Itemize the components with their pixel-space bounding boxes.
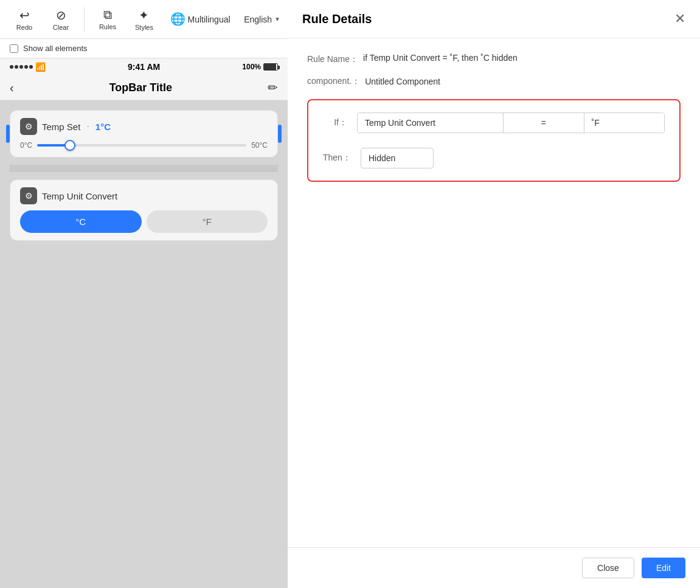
resize-handle-left[interactable] bbox=[6, 125, 10, 143]
signal-dot-4 bbox=[24, 65, 28, 69]
component-value: Untitled Component bbox=[365, 77, 440, 86]
condition-field-main: Temp Unit Convert bbox=[358, 113, 504, 133]
edit-button[interactable]: Edit bbox=[642, 558, 685, 578]
signal-dots bbox=[10, 65, 33, 69]
temp-set-icon: ⚙ bbox=[20, 118, 37, 135]
topbar-title: TopBar Title bbox=[109, 81, 172, 94]
slider-fill bbox=[37, 144, 69, 147]
rule-name-row: Rule Name： if Temp Unit Convert = ˚F, th… bbox=[307, 53, 681, 65]
content-separator bbox=[10, 165, 278, 172]
panel-body: Rule Name： if Temp Unit Convert = ˚F, th… bbox=[288, 38, 700, 547]
styles-button[interactable]: ✦ Styles bbox=[127, 4, 161, 35]
left-panel: ↩ Redo ⊘ Clear ⧉ Rules ✦ Styles 🌐 Multil… bbox=[0, 0, 288, 588]
rule-condition-box: If： Temp Unit Convert = ˚F Then： Hidden bbox=[307, 99, 681, 182]
status-bar: 📶 9:41 AM 100% bbox=[0, 58, 288, 75]
close-button[interactable]: Close bbox=[582, 558, 634, 578]
signal-dot-1 bbox=[10, 65, 13, 69]
status-left: 📶 bbox=[10, 62, 46, 72]
redo-icon: ↩ bbox=[19, 8, 30, 22]
resize-handle-right[interactable] bbox=[278, 125, 282, 143]
wifi-icon: 📶 bbox=[35, 62, 46, 72]
if-condition-row: If： Temp Unit Convert = ˚F bbox=[323, 112, 665, 133]
then-label: Then： bbox=[323, 153, 351, 164]
slider-container[interactable] bbox=[37, 144, 246, 147]
right-panel: Rule Details ✕ Rule Name： if Temp Unit C… bbox=[288, 0, 700, 588]
condition-field-val: ˚F bbox=[584, 113, 665, 133]
show-all-bar: Show all elements bbox=[0, 39, 288, 58]
fahrenheit-button[interactable]: °F bbox=[147, 210, 268, 233]
multilingual-icon: 🌐 bbox=[170, 12, 185, 26]
multilingual-label: Multilingual bbox=[188, 15, 230, 24]
edit-icon[interactable]: ✏ bbox=[268, 80, 278, 95]
then-field: Hidden bbox=[361, 148, 434, 168]
slider-track bbox=[37, 144, 246, 147]
panel-title: Rule Details bbox=[302, 12, 372, 26]
language-selector[interactable]: English ▼ bbox=[244, 15, 280, 24]
styles-icon: ✦ bbox=[139, 8, 149, 22]
battery-fill bbox=[264, 64, 276, 70]
temp-set-value: 1°C bbox=[95, 122, 111, 132]
styles-label: Styles bbox=[135, 24, 153, 31]
rules-icon: ⧉ bbox=[103, 8, 112, 22]
slider-row: 0°C 50°C bbox=[20, 141, 268, 150]
rule-name-value: if Temp Unit Convert = ˚F, then ˚C hidde… bbox=[363, 53, 518, 63]
celsius-button[interactable]: °C bbox=[20, 210, 142, 233]
multilingual-button[interactable]: 🌐 Multilingual bbox=[164, 8, 237, 31]
clear-button[interactable]: ⊘ Clear bbox=[44, 4, 78, 35]
back-button[interactable]: ‹ bbox=[10, 81, 14, 95]
rules-label: Rules bbox=[99, 23, 116, 30]
temp-unit-card: ⚙ Temp Unit Convert °C °F bbox=[10, 179, 278, 241]
battery-percent: 100% bbox=[242, 63, 261, 71]
clear-icon: ⊘ bbox=[56, 8, 66, 22]
temp-unit-title: Temp Unit Convert bbox=[42, 191, 117, 201]
signal-dot-2 bbox=[15, 65, 18, 69]
signal-dot-3 bbox=[19, 65, 23, 69]
slider-min-label: 0°C bbox=[20, 141, 32, 150]
toolbar: ↩ Redo ⊘ Clear ⧉ Rules ✦ Styles 🌐 Multil… bbox=[0, 0, 288, 39]
separator: · bbox=[86, 121, 89, 132]
if-label: If： bbox=[323, 117, 347, 128]
condition-fields: Temp Unit Convert = ˚F bbox=[357, 112, 665, 133]
rules-button[interactable]: ⧉ Rules bbox=[91, 4, 125, 34]
temp-set-wrapper: ⚙ Temp Set · 1°C 0°C 50°C bbox=[10, 110, 278, 157]
temp-unit-icon: ⚙ bbox=[20, 187, 37, 204]
signal-dot-5 bbox=[29, 65, 33, 69]
condition-field-op: = bbox=[504, 113, 584, 133]
panel-footer: Close Edit bbox=[288, 547, 700, 588]
temp-set-header: ⚙ Temp Set · 1°C bbox=[20, 118, 268, 135]
temp-set-card: ⚙ Temp Set · 1°C 0°C 50°C bbox=[10, 110, 278, 157]
temp-unit-header: ⚙ Temp Unit Convert bbox=[20, 187, 268, 204]
slider-thumb[interactable] bbox=[64, 140, 75, 151]
status-time: 9:41 AM bbox=[128, 62, 160, 72]
slider-max-label: 50°C bbox=[251, 141, 268, 150]
battery-icon bbox=[263, 63, 278, 71]
clear-label: Clear bbox=[53, 24, 69, 31]
temp-set-title: Temp Set bbox=[42, 122, 80, 132]
component-row: component.： Untitled Component bbox=[307, 76, 681, 87]
language-label: English bbox=[244, 15, 272, 24]
show-all-label: Show all elements bbox=[23, 44, 88, 53]
rule-name-label: Rule Name： bbox=[307, 53, 358, 65]
panel-close-button[interactable]: ✕ bbox=[674, 11, 685, 27]
then-row: Then： Hidden bbox=[323, 148, 665, 168]
redo-label: Redo bbox=[16, 24, 32, 31]
status-right: 100% bbox=[242, 63, 278, 71]
toolbar-divider bbox=[84, 7, 85, 32]
phone-area: 📶 9:41 AM 100% ‹ TopBar Title ✏ bbox=[0, 58, 288, 588]
component-label: component.： bbox=[307, 76, 360, 87]
topbar-nav: ‹ TopBar Title ✏ bbox=[0, 75, 288, 100]
show-all-checkbox[interactable] bbox=[10, 44, 18, 53]
redo-button[interactable]: ↩ Redo bbox=[7, 4, 41, 35]
panel-header: Rule Details ✕ bbox=[288, 0, 700, 38]
language-chevron-icon: ▼ bbox=[274, 16, 280, 22]
phone-content: ⚙ Temp Set · 1°C 0°C 50°C bbox=[0, 100, 288, 588]
toggle-row: °C °F bbox=[20, 210, 268, 233]
